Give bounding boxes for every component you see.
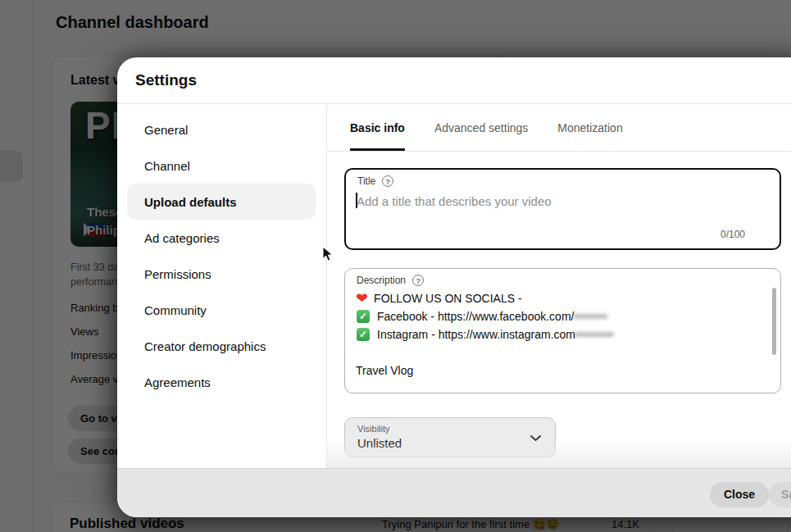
modal-header: Settings xyxy=(117,57,791,104)
modal-footer: Close Save xyxy=(117,468,791,517)
sidebar-item-channel[interactable]: Channel xyxy=(127,148,316,184)
description-field[interactable]: Description ? ❤ FOLLOW US ON SOCIALS - ✓… xyxy=(344,268,781,393)
close-button[interactable]: Close xyxy=(710,482,769,507)
title-char-count: 0/100 xyxy=(721,229,745,240)
content-bottom-fade xyxy=(327,439,791,468)
settings-sidebar: General Channel Upload defaults Ad categ… xyxy=(117,104,326,468)
help-icon[interactable]: ? xyxy=(412,275,424,286)
title-input[interactable] xyxy=(357,191,766,211)
description-text: ❤ FOLLOW US ON SOCIALS - ✓ Facebook - ht… xyxy=(356,289,764,380)
help-icon[interactable]: ? xyxy=(382,175,393,187)
tab-basic-info[interactable]: Basic info xyxy=(350,104,405,151)
red-heart-icon: ❤ xyxy=(356,289,368,307)
screen: Channel dashboard Latest video performan… xyxy=(0,0,791,532)
description-line: ❤ FOLLOW US ON SOCIALS - xyxy=(356,289,764,307)
redacted-facebook-handle: ••••••• xyxy=(574,307,607,325)
basic-info-panel: Title ? 0/100 Description ? ❤ FOLLOW US … xyxy=(327,152,791,468)
sidebar-item-agreements[interactable]: Agreements xyxy=(127,364,316,400)
title-field-label: Title xyxy=(357,175,375,187)
description-line: ✓ Instagram - https://www.instagram.com … xyxy=(356,325,764,343)
save-button[interactable]: Save xyxy=(769,482,791,507)
sidebar-item-upload-defaults[interactable]: Upload defaults xyxy=(127,184,316,220)
tab-bar: Basic info Advanced settings Monetizatio… xyxy=(327,104,791,152)
sidebar-item-ad-categories[interactable]: Ad categories xyxy=(127,220,316,256)
visibility-label: Visibility xyxy=(357,424,390,434)
mouse-cursor xyxy=(322,246,335,262)
sidebar-item-general[interactable]: General xyxy=(127,111,316,148)
tab-advanced-settings[interactable]: Advanced settings xyxy=(434,104,528,151)
sidebar-item-community[interactable]: Community xyxy=(127,292,316,328)
tab-monetization[interactable]: Monetization xyxy=(557,104,622,151)
description-scrollbar-thumb[interactable] xyxy=(772,288,776,355)
title-field[interactable]: Title ? 0/100 xyxy=(344,168,781,250)
sidebar-item-creator-demographics[interactable]: Creator demographics xyxy=(127,328,316,364)
settings-modal: Settings General Channel Upload defaults… xyxy=(117,57,791,517)
redacted-instagram-handle: •••••••• xyxy=(575,325,614,343)
green-check-icon: ✓ xyxy=(357,310,370,323)
green-check-icon: ✓ xyxy=(357,328,370,341)
description-line: Travel Vlog xyxy=(356,361,764,380)
sidebar-item-permissions[interactable]: Permissions xyxy=(127,256,316,292)
description-line xyxy=(356,343,764,361)
modal-title: Settings xyxy=(135,71,197,89)
description-field-label: Description xyxy=(357,275,406,286)
description-line: ✓ Facebook - https://www.facebook.com/ •… xyxy=(356,307,764,325)
